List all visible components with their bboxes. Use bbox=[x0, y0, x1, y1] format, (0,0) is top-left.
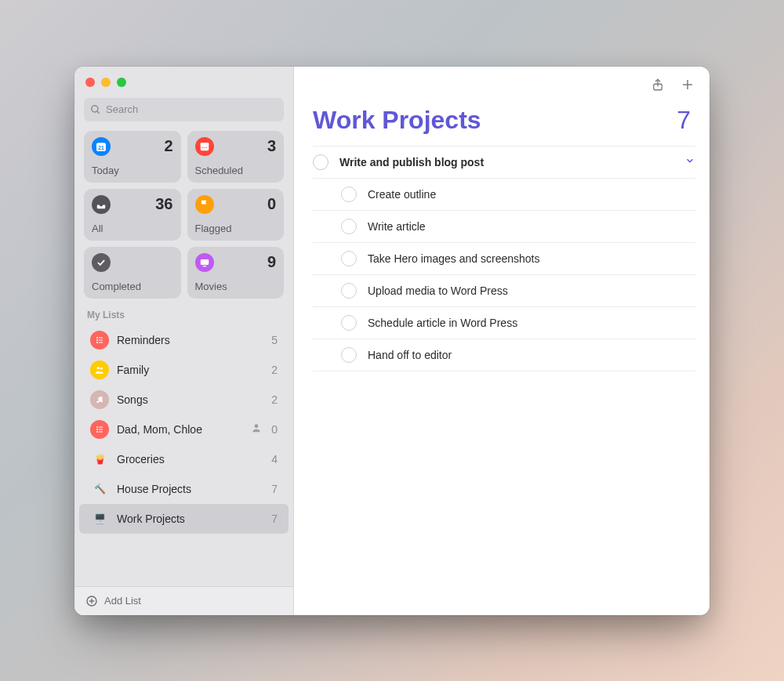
list-item-work[interactable]: 🖥️ Work Projects 7 bbox=[79, 504, 289, 534]
sidebar: 21 2 Today 3 Scheduled bbox=[74, 67, 294, 615]
task-row-parent[interactable]: Write and publish blog post bbox=[313, 146, 695, 179]
svg-point-14 bbox=[96, 339, 98, 341]
close-button[interactable] bbox=[85, 78, 95, 87]
list-count: 2 bbox=[271, 364, 278, 376]
smart-count: 36 bbox=[155, 195, 172, 213]
complete-toggle[interactable] bbox=[341, 347, 357, 363]
smart-label: Flagged bbox=[195, 223, 277, 234]
smart-today[interactable]: 21 2 Today bbox=[84, 131, 181, 183]
task-title: Schedule article in Word Press bbox=[368, 317, 517, 329]
search-field[interactable] bbox=[84, 98, 284, 121]
smart-flagged[interactable]: 0 Flagged bbox=[187, 189, 285, 241]
svg-text:21: 21 bbox=[98, 145, 104, 150]
smart-movies[interactable]: 9 Movies bbox=[187, 247, 285, 299]
task-title: Hand off to editor bbox=[368, 349, 452, 361]
smart-count: 2 bbox=[164, 137, 172, 155]
list-name: Dad, Mom, Chloe bbox=[117, 423, 243, 436]
list-name: Work Projects bbox=[117, 513, 263, 525]
smart-label: Scheduled bbox=[195, 165, 277, 176]
tray-icon bbox=[92, 195, 111, 214]
list-total-count: 7 bbox=[677, 106, 691, 135]
list-icon bbox=[90, 420, 109, 439]
smart-count: 0 bbox=[267, 195, 276, 213]
smart-completed[interactable]: Completed bbox=[84, 247, 181, 299]
toolbar bbox=[294, 67, 710, 98]
svg-point-28 bbox=[255, 424, 259, 428]
my-lists-header: My Lists bbox=[74, 299, 293, 325]
svg-rect-11 bbox=[202, 266, 206, 266]
complete-toggle[interactable] bbox=[341, 187, 357, 202]
flag-icon bbox=[195, 195, 214, 214]
svg-point-8 bbox=[204, 147, 205, 147]
complete-toggle[interactable] bbox=[341, 251, 357, 266]
expand-toggle[interactable] bbox=[684, 155, 695, 168]
calendar-today-icon: 21 bbox=[92, 137, 111, 156]
svg-rect-10 bbox=[200, 259, 209, 264]
task-title: Upload media to Word Press bbox=[368, 284, 508, 297]
list-count: 0 bbox=[271, 423, 278, 436]
smart-label: All bbox=[92, 223, 173, 234]
list-count: 4 bbox=[271, 453, 278, 465]
minimize-button[interactable] bbox=[101, 78, 111, 87]
smart-label: Completed bbox=[92, 281, 173, 292]
svg-point-0 bbox=[92, 105, 98, 111]
svg-point-21 bbox=[100, 400, 103, 402]
list-count: 5 bbox=[271, 334, 278, 346]
smart-label: Movies bbox=[195, 281, 277, 292]
search-icon bbox=[90, 104, 101, 115]
svg-point-20 bbox=[96, 400, 99, 403]
window-controls bbox=[74, 67, 293, 95]
task-row[interactable]: Upload media to Word Press bbox=[313, 275, 695, 307]
list-item-shared[interactable]: Dad, Mom, Chloe 0 bbox=[79, 415, 289, 444]
complete-toggle[interactable] bbox=[341, 283, 357, 299]
list-item-house[interactable]: 🔨 House Projects 7 bbox=[79, 474, 289, 504]
list-item-reminders[interactable]: Reminders 5 bbox=[79, 325, 289, 355]
svg-point-12 bbox=[96, 337, 98, 339]
svg-point-9 bbox=[205, 147, 206, 147]
plus-icon bbox=[681, 78, 695, 92]
svg-rect-25 bbox=[99, 429, 103, 429]
svg-rect-23 bbox=[99, 426, 103, 427]
task-title: Write article bbox=[368, 220, 426, 233]
svg-rect-6 bbox=[200, 143, 209, 145]
search-input[interactable] bbox=[106, 103, 278, 115]
svg-rect-13 bbox=[99, 337, 103, 338]
svg-point-18 bbox=[97, 366, 100, 369]
tv-icon bbox=[195, 253, 214, 272]
task-title: Take Hero images and screenshots bbox=[368, 252, 539, 265]
my-lists: Reminders 5 Family 2 Songs 2 bbox=[74, 325, 293, 586]
smart-lists-grid: 21 2 Today 3 Scheduled bbox=[74, 131, 293, 299]
task-row[interactable]: Hand off to editor bbox=[313, 339, 695, 371]
svg-point-16 bbox=[96, 342, 98, 343]
task-row[interactable]: Schedule article in Word Press bbox=[313, 307, 695, 339]
list-header: Work Projects 7 bbox=[294, 98, 710, 146]
task-title: Create outline bbox=[368, 188, 436, 201]
task-row[interactable]: Write article bbox=[313, 211, 695, 243]
smart-scheduled[interactable]: 3 Scheduled bbox=[187, 131, 285, 183]
smart-label: Today bbox=[92, 165, 173, 176]
svg-point-24 bbox=[96, 429, 98, 430]
complete-toggle[interactable] bbox=[341, 219, 357, 234]
maximize-button[interactable] bbox=[117, 78, 126, 87]
complete-toggle[interactable] bbox=[341, 315, 357, 331]
list-item-family[interactable]: Family 2 bbox=[79, 355, 289, 385]
svg-rect-27 bbox=[99, 431, 103, 432]
list-item-songs[interactable]: Songs 2 bbox=[79, 385, 289, 415]
list-name: Reminders bbox=[117, 334, 263, 346]
list-name: House Projects bbox=[117, 483, 263, 495]
task-row[interactable]: Create outline bbox=[313, 179, 695, 211]
add-list-label: Add List bbox=[104, 595, 141, 607]
complete-toggle[interactable] bbox=[313, 154, 328, 170]
computer-icon: 🖥️ bbox=[90, 509, 109, 528]
share-button[interactable] bbox=[650, 77, 666, 92]
add-list-button[interactable]: Add List bbox=[74, 586, 293, 615]
task-row[interactable]: Take Hero images and screenshots bbox=[313, 243, 695, 275]
fries-icon: 🍟 bbox=[90, 450, 109, 469]
smart-all[interactable]: 36 All bbox=[84, 189, 181, 241]
svg-rect-15 bbox=[99, 339, 103, 340]
new-reminder-button[interactable] bbox=[680, 77, 695, 92]
svg-rect-17 bbox=[99, 342, 103, 342]
list-title: Work Projects bbox=[313, 106, 481, 135]
chevron-down-icon bbox=[684, 155, 695, 166]
list-item-groceries[interactable]: 🍟 Groceries 4 bbox=[79, 444, 289, 474]
